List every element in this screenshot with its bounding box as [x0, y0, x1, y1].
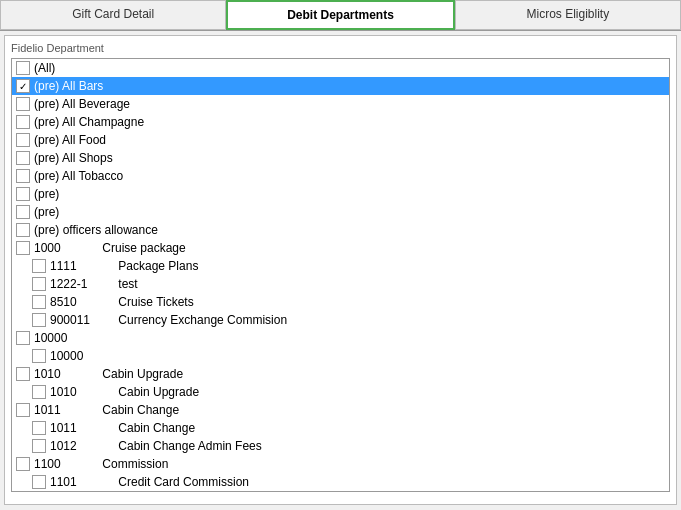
list-item[interactable]: 1012 Cabin Change Admin Fees	[12, 437, 669, 455]
item-text: 1111 Package Plans	[50, 259, 198, 273]
item-text: 1012 Cabin Change Admin Fees	[50, 439, 262, 453]
list-item[interactable]: 1100 Commission	[12, 455, 669, 473]
checkbox[interactable]	[32, 439, 46, 453]
item-text: (pre) All Shops	[34, 151, 113, 165]
checkbox[interactable]	[32, 259, 46, 273]
item-text: 10000	[34, 331, 67, 345]
checkbox[interactable]	[16, 187, 30, 201]
list-item[interactable]: 1011 Cabin Change	[12, 401, 669, 419]
list-item[interactable]: (pre) All Tobacco	[12, 167, 669, 185]
item-text: 1222-1 test	[50, 277, 138, 291]
item-text: 900011 Currency Exchange Commision	[50, 313, 287, 327]
section-label: Fidelio Department	[11, 42, 670, 54]
item-text: 1010 Cabin Upgrade	[34, 367, 183, 381]
item-text: 8510 Cruise Tickets	[50, 295, 194, 309]
checkbox[interactable]	[16, 331, 30, 345]
list-container[interactable]: (All) ✓ (pre) All Bars (pre) All Beverag…	[11, 58, 670, 492]
list-item[interactable]: (pre) All Champagne	[12, 113, 669, 131]
checkbox-checked[interactable]: ✓	[16, 79, 30, 93]
item-text: (pre)	[34, 205, 59, 219]
list-item[interactable]: 1222-1 test	[12, 275, 669, 293]
item-text: 1000 Cruise package	[34, 241, 186, 255]
list-item[interactable]: (All)	[12, 59, 669, 77]
checkbox[interactable]	[16, 367, 30, 381]
checkbox[interactable]	[16, 115, 30, 129]
tab-micros[interactable]: Micros Eligiblity	[455, 0, 681, 30]
item-text: (All)	[34, 61, 55, 75]
item-text: 1101 Credit Card Commission	[50, 475, 249, 489]
item-text: 1011 Cabin Change	[34, 403, 179, 417]
tab-gift-card[interactable]: Gift Card Detail	[0, 0, 226, 30]
checkbox[interactable]	[16, 205, 30, 219]
list-item[interactable]: (pre) All Shops	[12, 149, 669, 167]
list-item[interactable]: 10000	[12, 347, 669, 365]
list-item[interactable]: 1011 Cabin Change	[12, 419, 669, 437]
checkbox[interactable]	[16, 223, 30, 237]
list-item[interactable]: 900011 Currency Exchange Commision	[12, 311, 669, 329]
item-text: (pre) All Bars	[34, 79, 103, 93]
list-item[interactable]: 1111 Package Plans	[12, 257, 669, 275]
checkbox[interactable]	[16, 97, 30, 111]
main-content: Fidelio Department (All) ✓ (pre) All Bar…	[4, 35, 677, 505]
checkbox[interactable]	[16, 241, 30, 255]
tab-bar: Gift Card Detail Debit Departments Micro…	[0, 0, 681, 31]
item-text: (pre) officers allowance	[34, 223, 158, 237]
checkbox[interactable]	[32, 295, 46, 309]
checkbox[interactable]	[16, 457, 30, 471]
list-item[interactable]: 1010 Cabin Upgrade	[12, 383, 669, 401]
checkbox[interactable]	[32, 277, 46, 291]
item-text: 1100 Commission	[34, 457, 168, 471]
checkbox[interactable]	[32, 475, 46, 489]
list-item[interactable]: (pre)	[12, 185, 669, 203]
item-text: (pre)	[34, 187, 59, 201]
item-text: (pre) All Food	[34, 133, 106, 147]
checkbox[interactable]	[32, 313, 46, 327]
checkbox[interactable]	[32, 421, 46, 435]
list-item[interactable]: 8510 Cruise Tickets	[12, 293, 669, 311]
list-item[interactable]: (pre) All Food	[12, 131, 669, 149]
checkbox[interactable]	[32, 349, 46, 363]
checkbox[interactable]	[16, 133, 30, 147]
item-text: 1010 Cabin Upgrade	[50, 385, 199, 399]
list-item[interactable]: (pre) officers allowance	[12, 221, 669, 239]
item-text: (pre) All Beverage	[34, 97, 130, 111]
list-item[interactable]: 1101 Credit Card Commission	[12, 473, 669, 491]
checkbox[interactable]	[16, 61, 30, 75]
checkbox[interactable]	[32, 385, 46, 399]
list-item[interactable]: 1000 Cruise package	[12, 239, 669, 257]
list-item[interactable]: (pre) All Beverage	[12, 95, 669, 113]
tab-debit-departments[interactable]: Debit Departments	[226, 0, 454, 30]
list-item[interactable]: 10000	[12, 329, 669, 347]
app-container: Gift Card Detail Debit Departments Micro…	[0, 0, 681, 510]
list-item-pre-all-bars[interactable]: ✓ (pre) All Bars	[12, 77, 669, 95]
item-text: 10000	[50, 349, 105, 363]
item-text: (pre) All Champagne	[34, 115, 144, 129]
list-item[interactable]: 2000	[12, 491, 669, 492]
checkbox[interactable]	[16, 151, 30, 165]
list-item[interactable]: 1010 Cabin Upgrade	[12, 365, 669, 383]
item-text: 1011 Cabin Change	[50, 421, 195, 435]
list-item[interactable]: (pre)	[12, 203, 669, 221]
checkbox[interactable]	[16, 403, 30, 417]
checkbox[interactable]	[16, 169, 30, 183]
item-text: (pre) All Tobacco	[34, 169, 123, 183]
